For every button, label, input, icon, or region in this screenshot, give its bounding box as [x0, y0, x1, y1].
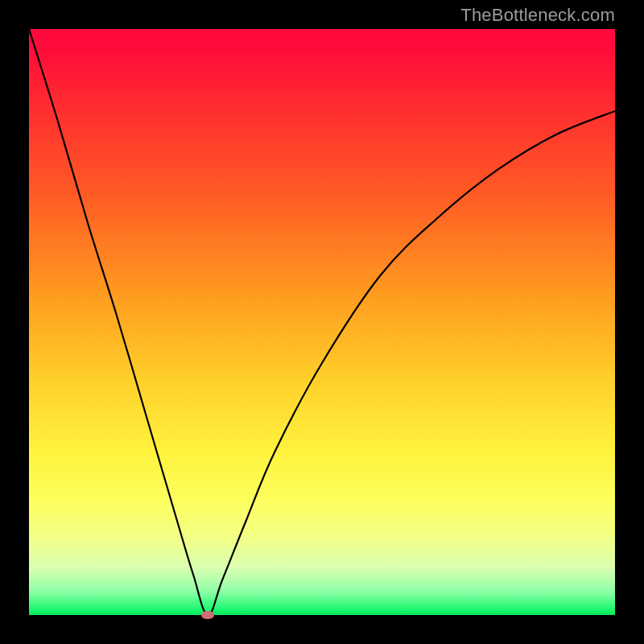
chart-frame: TheBottleneck.com: [0, 0, 644, 644]
optimum-marker: [201, 611, 214, 619]
watermark-label: TheBottleneck.com: [460, 5, 615, 26]
bottleneck-curve: [29, 29, 615, 615]
plot-area: [29, 29, 615, 615]
